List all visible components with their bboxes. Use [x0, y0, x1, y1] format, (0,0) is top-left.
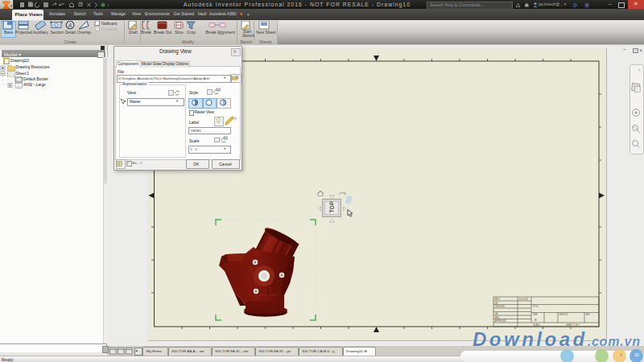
svg-text:A: A — [68, 23, 72, 28]
svg-text:REV: REV — [586, 313, 591, 316]
svg-text:DR: DR — [495, 302, 498, 305]
svg-text:APPROVED: APPROVED — [495, 319, 507, 323]
svg-text:8/31/2009: 8/31/2009 — [519, 298, 529, 301]
svg-text:Connector: Connector — [101, 27, 118, 31]
svg-text:SHEET 1 OF 1: SHEET 1 OF 1 — [566, 323, 580, 327]
svg-text:TITLE: TITLE — [533, 305, 539, 308]
svg-text:DWG NO: DWG NO — [559, 313, 568, 316]
svg-text:QA: QA — [495, 312, 498, 315]
svg-text:PROJ: PROJ — [495, 298, 502, 301]
svg-text:CHECKED: CHECKED — [495, 305, 506, 308]
svg-text:Nailboard: Nailboard — [101, 22, 118, 26]
svg-text:SCALE: SCALE — [533, 323, 540, 327]
svg-text:MFG: MFG — [495, 316, 500, 319]
svg-text:SIZE: SIZE — [533, 313, 538, 316]
svg-text:B: B — [535, 318, 537, 322]
